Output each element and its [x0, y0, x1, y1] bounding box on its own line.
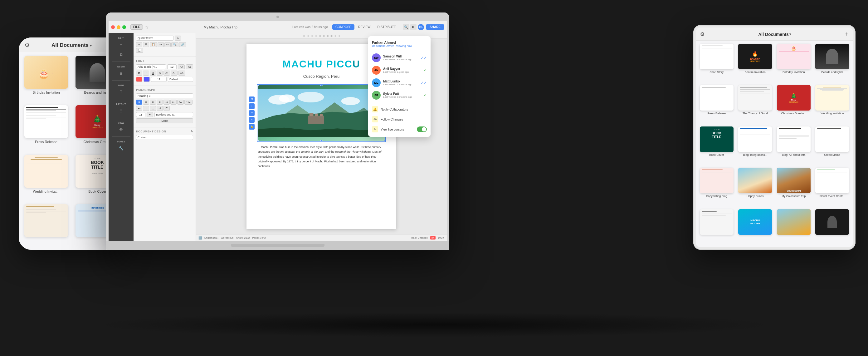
image-control-btn[interactable]: × — [249, 117, 255, 123]
bullet-list-btn[interactable]: •≡ — [136, 106, 142, 111]
tab-review[interactable]: REVIEW — [355, 24, 373, 30]
sidebar-layout-icon[interactable]: ⊟ — [115, 107, 127, 115]
list-item[interactable]: Wedding Invitat... — [23, 155, 70, 201]
gear-icon[interactable]: ⚙ — [700, 31, 705, 37]
font-color-swatch[interactable] — [136, 77, 142, 82]
sidebar-tools-icon[interactable]: 🔧 — [115, 144, 127, 153]
line-spacing-btn[interactable]: ↕ — [143, 106, 149, 111]
list-item[interactable]: 🎂 Birthday Invitation — [776, 44, 811, 82]
quick-text-select[interactable]: Quick Text ▾ — [136, 36, 174, 40]
list-item[interactable]: Short Story — [699, 44, 735, 82]
list-item[interactable]: Wedding Invitation — [815, 85, 850, 123]
btn-link[interactable]: 🔗 — [179, 42, 186, 47]
underline-btn[interactable]: U — [150, 70, 156, 76]
user-avatar[interactable]: FA — [418, 24, 424, 30]
borders-select[interactable]: Borders and S... — [154, 112, 193, 117]
superscript-btn[interactable]: A² — [163, 70, 170, 76]
btn-comment[interactable]: 💬 — [136, 48, 143, 53]
share-button[interactable]: SHARE — [426, 24, 444, 30]
list-item[interactable]: Credit Memo — [815, 126, 850, 165]
subscript-btn[interactable]: A₂ — [170, 70, 178, 76]
image-control-btn[interactable]: ↕ — [249, 103, 255, 109]
list-item[interactable]: COLOSSEUM My Colosseum Trip — [776, 168, 811, 206]
minimize-button[interactable] — [117, 25, 120, 29]
sidebar-font-icon[interactable]: T — [115, 88, 127, 96]
notify-collaborators-btn[interactable]: 🔔 Notify Collaborators — [368, 104, 431, 114]
font-name-select[interactable]: Arial Black (H... — [136, 64, 166, 69]
btn-copy[interactable]: ⧉ — [143, 42, 149, 47]
btn-cut[interactable]: ✂ — [136, 42, 142, 47]
para-spacing-btn[interactable]: ↨ — [150, 106, 156, 111]
list-item[interactable]: YOUR BOOKTITLE Book Cover — [699, 126, 735, 165]
doc-design-edit-icon[interactable]: ✎ — [191, 130, 193, 133]
file-button[interactable]: FILE — [130, 24, 143, 30]
image-control-btn[interactable]: 🔒 — [249, 124, 255, 129]
list-item[interactable]: MACHUPICCHU — [738, 209, 773, 244]
numbered-list-btn[interactable]: 1≔ — [184, 99, 192, 105]
btn-paste[interactable]: 📋 — [150, 42, 157, 47]
uppercase-btn[interactable]: Aa — [178, 70, 185, 76]
list-item[interactable]: Happy Dunes — [738, 168, 773, 206]
paragraph-style-select[interactable]: Heading 3 — [136, 93, 193, 98]
para-more-btn[interactable]: ▼ — [147, 112, 153, 117]
btn-find[interactable]: 🔍 — [171, 42, 179, 47]
list-item[interactable] — [699, 209, 735, 244]
gear-icon[interactable]: ⚙ — [24, 42, 31, 49]
col-btn[interactable]: ⊏ — [163, 106, 170, 111]
font-size-up[interactable]: A↑ — [178, 64, 185, 69]
selection-handle-bc[interactable] — [320, 140, 322, 141]
list-item[interactable]: Press Release — [23, 105, 70, 151]
list-item[interactable]: Copyediting Blog — [699, 168, 735, 206]
follow-changes-btn[interactable]: 👁 Follow Changes — [368, 114, 431, 124]
list-item[interactable]: Beards and lights — [815, 44, 850, 82]
list-item[interactable]: 🎂 Birthday Invitation — [23, 56, 70, 101]
doc-design-select[interactable]: Custom — [136, 135, 193, 140]
font-size-down[interactable]: A↓ — [186, 64, 193, 69]
list-item[interactable] — [815, 209, 850, 244]
list-item[interactable] — [23, 204, 70, 246]
search-icon[interactable]: 🔍 — [403, 24, 409, 30]
maximize-button[interactable] — [122, 25, 126, 29]
btn-undo[interactable]: ↩ — [158, 42, 164, 47]
live-cursors-toggle[interactable] — [417, 126, 427, 132]
close-button[interactable] — [111, 25, 115, 29]
tab-compose[interactable]: COMPOSE — [332, 24, 354, 30]
list-item[interactable]: 🎄 Merry CHRISTMAS Christmas Greetin... — [776, 85, 811, 123]
align-left-btn[interactable]: ≡ — [136, 99, 142, 105]
sidebar-insert-icon[interactable]: ⊞ — [115, 69, 127, 78]
align-justify-btn[interactable]: ≡ — [157, 99, 163, 105]
tab-btn[interactable]: ⊣ — [157, 106, 163, 111]
image-control-btn[interactable]: ⊞ — [249, 96, 255, 102]
list-item[interactable]: Press Release — [699, 85, 735, 123]
sidebar-view-icon[interactable]: 👁 — [115, 125, 127, 134]
sidebar-edit-icon[interactable]: ✂ — [115, 40, 127, 49]
list-btn[interactable]: ≔ — [177, 99, 184, 105]
indent-btn[interactable]: ⇥ — [163, 99, 170, 105]
font-size-input[interactable]: 12 — [167, 64, 177, 69]
font-default-select[interactable]: Default... — [168, 77, 193, 82]
outdent-btn[interactable]: ⇤ — [170, 99, 177, 105]
tab-distribute[interactable]: DISTRIBUTE — [374, 24, 399, 30]
list-item[interactable]: The Theory of Good — [738, 85, 773, 123]
align-right-btn[interactable]: ≡ — [150, 99, 156, 105]
list-item[interactable]: Florist Event Contr... — [815, 168, 850, 206]
btn-redo[interactable]: ↪ — [164, 42, 170, 47]
more-btn[interactable]: More — [136, 118, 193, 123]
font-size-alt[interactable]: 11 — [151, 77, 166, 82]
list-item[interactable]: Blog: All about lists — [776, 126, 811, 165]
selection-handle-br[interactable] — [384, 140, 385, 141]
star-icon[interactable]: ☆ — [145, 25, 149, 30]
track-changes-status[interactable]: off — [430, 236, 436, 239]
bold-btn[interactable]: B — [136, 70, 142, 76]
image-control-btn[interactable]: ✂ — [249, 110, 255, 116]
strikethrough-btn[interactable]: S — [157, 70, 163, 76]
list-item[interactable]: 🔥 BONFIRE NIGHT 2017 Bonfire Invitation — [738, 44, 773, 82]
para-num[interactable]: 11 — [136, 112, 145, 117]
tablet-add-btn[interactable]: + — [845, 31, 849, 38]
format-btn-a[interactable]: A — [175, 36, 181, 40]
align-center-btn[interactable]: ≡ — [143, 99, 149, 105]
sidebar-copy-icon[interactable]: ⧉ — [115, 50, 127, 59]
highlight-color-swatch[interactable] — [144, 77, 150, 82]
list-item[interactable] — [776, 209, 811, 244]
list-item[interactable]: Blog: Integrations... — [738, 126, 773, 165]
